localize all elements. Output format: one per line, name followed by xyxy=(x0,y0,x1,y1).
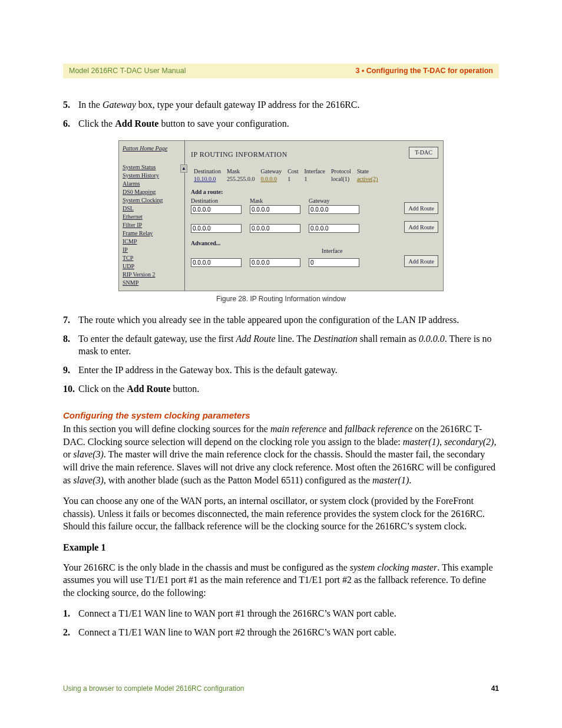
routes-table: Destination Mask Gateway Cost Interface … xyxy=(191,167,381,183)
ip-routing-figure: Patton Home Page System Status System Hi… xyxy=(118,140,444,291)
step-6: Click the Add Route button to save your … xyxy=(78,117,499,130)
cell-proto: local(1) xyxy=(328,175,354,183)
nav-ethernet[interactable]: Ethernet xyxy=(123,213,181,221)
advanced-label: Advanced... xyxy=(191,240,438,246)
section-para-3: Your 2616RC is the only blade in the cha… xyxy=(63,561,499,599)
add-route-row-2: Add Route xyxy=(191,221,438,233)
lbl-iface: Interface xyxy=(322,248,438,254)
cell-state[interactable]: active(2) xyxy=(354,175,381,183)
cell-dest[interactable]: 10.10.0.0 xyxy=(191,175,224,183)
nav-ip[interactable]: IP xyxy=(123,246,181,254)
nav-system-history[interactable]: System History xyxy=(123,172,181,180)
nav-rip-v2[interactable]: RIP Version 2 xyxy=(123,271,181,279)
nav-tcp[interactable]: TCP xyxy=(123,254,181,262)
example-1-label: Example 1 xyxy=(63,541,499,554)
step-list-5-6: In the Gateway box, type your default ga… xyxy=(63,98,499,130)
step-list-7-10: The route which you already see in the t… xyxy=(63,314,499,395)
lbl-dest: Destination xyxy=(191,197,242,204)
example-step-1: Connect a T1/E1 WAN line to WAN port #1 … xyxy=(78,607,499,620)
step-list-1-2: Connect a T1/E1 WAN line to WAN port #1 … xyxy=(63,607,499,638)
footer-section: Using a browser to complete Model 2616RC… xyxy=(63,684,244,693)
section-para-2: You can choose any one of the WAN ports,… xyxy=(63,495,499,533)
lbl-gw: Gateway xyxy=(309,197,359,204)
add-route-button-1[interactable]: Add Route xyxy=(404,202,438,214)
nav-alarms[interactable]: Alarms xyxy=(123,180,181,188)
nav-home[interactable]: Patton Home Page xyxy=(123,144,181,153)
cell-gw[interactable]: 0.0.0.0 xyxy=(258,175,285,183)
add-route-row-3: Add Route xyxy=(191,255,438,267)
doc-title: Model 2616RC T-DAC User Manual xyxy=(69,67,186,75)
nav-system-clocking[interactable]: System Clocking xyxy=(123,196,181,205)
figure-main-panel: T-DAC IP ROUTING INFORMATION Destination… xyxy=(185,141,443,291)
step-10: Click on the Add Route button. xyxy=(78,383,499,396)
input-iface-3[interactable] xyxy=(309,258,359,267)
add-route-subhead: Add a route: xyxy=(191,189,438,195)
th-proto: Protocol xyxy=(328,167,354,175)
footer-page: 41 xyxy=(491,684,499,693)
page-footer: Using a browser to complete Model 2616RC… xyxy=(63,684,499,693)
cell-cost: 1 xyxy=(285,175,301,183)
figure-title: IP ROUTING INFORMATION xyxy=(191,150,438,159)
cell-iface: 1 xyxy=(302,175,329,183)
add-route-button-2[interactable]: Add Route xyxy=(404,221,438,233)
cell-mask: 255.255.0.0 xyxy=(224,175,258,183)
input-mask[interactable] xyxy=(250,205,300,214)
input-gw[interactable] xyxy=(309,205,359,214)
th-iface: Interface xyxy=(302,167,329,175)
step-7: The route which you already see in the t… xyxy=(78,314,499,327)
nav-icmp[interactable]: ICMP xyxy=(123,238,181,246)
th-gw: Gateway xyxy=(258,167,285,175)
input-mask-3[interactable] xyxy=(250,258,300,267)
figure-nav-panel: Patton Home Page System Status System Hi… xyxy=(119,141,185,291)
chapter-title: 3 • Configuring the T-DAC for operation xyxy=(355,67,493,75)
step-9: Enter the IP address in the Gateway box.… xyxy=(78,364,499,377)
input-mask-2[interactable] xyxy=(250,224,300,233)
figure-caption: Figure 28. IP Routing Information window xyxy=(63,295,499,303)
th-state: State xyxy=(354,167,381,175)
lbl-mask: Mask xyxy=(250,197,300,204)
table-row: 10.10.0.0 255.255.0.0 0.0.0.0 1 1 local(… xyxy=(191,175,381,183)
nav-dsl[interactable]: DSL xyxy=(123,205,181,213)
nav-udp[interactable]: UDP xyxy=(123,262,181,271)
step-8: To enter the default gateway, use the fi… xyxy=(78,332,499,358)
add-route-button-3[interactable]: Add Route xyxy=(404,255,438,267)
input-gw-2[interactable] xyxy=(309,224,359,233)
step-5: In the Gateway box, type your default ga… xyxy=(78,98,499,111)
nav-ds0-mapping[interactable]: DS0 Mapping xyxy=(123,188,181,196)
th-mask: Mask xyxy=(224,167,258,175)
page-header: Model 2616RC T-DAC User Manual 3 • Confi… xyxy=(63,64,499,78)
add-route-row-1: Destination Mask Gateway Add Route xyxy=(191,197,438,214)
th-dest: Destination xyxy=(191,167,224,175)
tdac-button[interactable]: T-DAC xyxy=(409,147,438,159)
input-dest-2[interactable] xyxy=(191,224,242,233)
nav-system-status[interactable]: System Status xyxy=(123,163,181,172)
nav-snmp[interactable]: SNMP xyxy=(123,279,181,287)
input-dest-3[interactable] xyxy=(191,258,242,267)
nav-filter-ip[interactable]: Filter IP xyxy=(123,221,181,229)
input-dest[interactable] xyxy=(191,205,242,214)
section-para-1: In this section you will define clocking… xyxy=(63,423,499,486)
th-cost: Cost xyxy=(285,167,301,175)
subsection-heading: Configuring the system clocking paramete… xyxy=(63,410,499,420)
table-header-row: Destination Mask Gateway Cost Interface … xyxy=(191,167,381,175)
example-step-2: Connect a T1/E1 WAN line to WAN port #2 … xyxy=(78,626,499,639)
nav-frame-relay[interactable]: Frame Relay xyxy=(123,229,181,238)
